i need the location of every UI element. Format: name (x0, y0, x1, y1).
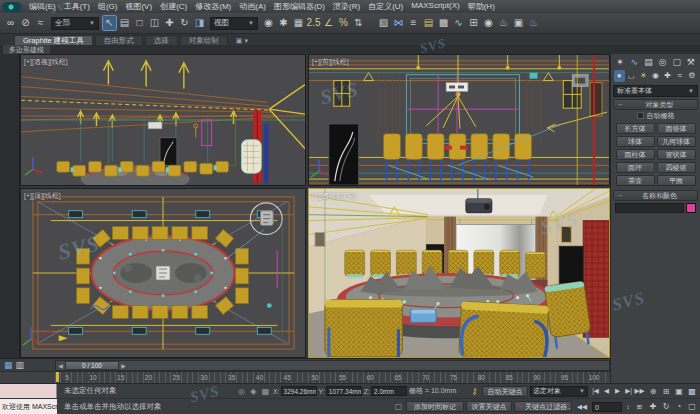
select-and-manipulate-icon[interactable]: ✱ (276, 15, 291, 31)
keyboard-override-icon[interactable]: ▦ (291, 15, 306, 31)
object-type-rollout[interactable]: − 对象类型 (613, 99, 698, 110)
align-icon[interactable]: ≡ (406, 15, 421, 31)
primitive-button[interactable]: 平面 (657, 175, 696, 186)
menu-item[interactable]: 创建(C) (156, 1, 191, 12)
cameras-category-icon[interactable]: ◉ (650, 70, 661, 82)
key-mode-toggle-icon[interactable]: ◀◀ (574, 403, 590, 411)
primitive-button[interactable]: 几何球体 (657, 136, 696, 147)
viewport-bottom-left[interactable]: [+][顶][线框] (20, 188, 306, 358)
viewport-label[interactable]: [+][前][线框] (312, 57, 349, 67)
next-frame-icon[interactable]: ▶| (623, 387, 634, 395)
rectangular-selection-icon[interactable]: □ (132, 15, 147, 31)
maxscript-mini-listener-pink[interactable] (0, 384, 57, 398)
viewport-label[interactable]: [+][透视][真实] (312, 191, 356, 201)
systems-category-icon[interactable]: ⚙ (686, 70, 697, 82)
lights-category-icon[interactable]: ☀ (638, 70, 649, 82)
reference-coordsys-dropdown[interactable]: 视图 ▼ (210, 17, 258, 30)
play-animation-icon[interactable]: ▶ (612, 387, 623, 395)
modify-tab-icon[interactable]: ∿ (629, 57, 640, 67)
current-frame-field[interactable]: 0 (592, 402, 622, 412)
app-logo-icon[interactable] (2, 2, 22, 12)
zoom-region-icon[interactable]: ▩ (686, 387, 698, 396)
graphite-toggle-icon[interactable]: ▩ (436, 15, 451, 31)
ribbon-tab[interactable]: 自由形式 (95, 35, 143, 45)
unlink-selection-icon[interactable]: ⊘ (18, 15, 33, 31)
previous-frame-icon[interactable]: ◀ (601, 387, 612, 395)
select-and-rotate-icon[interactable]: ↻ (177, 15, 192, 31)
x-coordinate-field[interactable]: 3294.26mm (281, 386, 317, 396)
zoom-icon[interactable]: ⊕ (647, 387, 659, 396)
named-selection-sets-icon[interactable]: ▧ (376, 15, 391, 31)
track-bar-ruler[interactable]: 5101520253035404550556065707580859095100 (55, 372, 610, 383)
set-key-button[interactable]: 设置关键点 (466, 401, 512, 412)
geometry-category-icon[interactable]: ● (614, 70, 625, 82)
primitive-type-dropdown[interactable]: 标准基本体 ▼ (613, 85, 698, 97)
select-and-link-icon[interactable]: ∞ (3, 15, 18, 31)
add-time-tag-button[interactable]: 添加时间标记 (406, 401, 464, 412)
create-tab-icon[interactable]: ✶ (615, 57, 626, 67)
mirror-icon[interactable]: ⋈ (391, 15, 406, 31)
menu-item[interactable]: 工具(T) (60, 1, 94, 12)
use-pivot-center-icon[interactable]: ◉ (261, 15, 276, 31)
viewport-top-left[interactable]: [+][透视][线框] (20, 54, 306, 186)
time-slider-track[interactable]: ◀ 0 / 100 ▶ (55, 360, 610, 371)
layer-manager-icon[interactable]: ▤ (421, 15, 436, 31)
angle-snap-icon[interactable]: ∠ (321, 15, 336, 31)
maxscript-mini-listener-white[interactable]: 欢迎使用 MAXScr (0, 399, 57, 414)
next-frame-arrow-icon[interactable]: ▶ (119, 362, 128, 369)
menu-item[interactable]: MAXScript(X) (407, 1, 463, 12)
maximize-viewport-icon[interactable]: ▢ (686, 402, 698, 411)
select-and-move-icon[interactable]: ✚ (162, 15, 177, 31)
primitive-button[interactable]: 长方体 (616, 123, 655, 134)
schematic-view-icon[interactable]: ⊞ (466, 15, 481, 31)
current-time-marker[interactable] (56, 372, 59, 382)
isolate-selection-icon[interactable]: ◎ (236, 387, 247, 396)
rendered-frame-icon[interactable]: ▣ (511, 15, 526, 31)
viewport-label[interactable]: [+][顶][线框] (24, 191, 61, 201)
absolute-offset-icon[interactable]: ▦ (260, 387, 271, 396)
viewport-top-right[interactable]: [+][前][线框] (308, 54, 610, 186)
menu-item[interactable]: 组(G) (94, 1, 122, 12)
frame-spinner[interactable]: ↕ (624, 403, 632, 410)
selection-mode-dropdown[interactable]: 选定对象 ▼ (530, 386, 588, 397)
material-editor-icon[interactable]: ◉ (481, 15, 496, 31)
viewport-bottom-right[interactable]: [+][透视][真实] (308, 188, 610, 358)
helpers-category-icon[interactable]: ✚ (662, 70, 673, 82)
track-bar[interactable]: 5101520253035404550556065707580859095100 (0, 371, 610, 383)
menu-item[interactable]: 修改器(M) (191, 1, 235, 12)
motion-tab-icon[interactable]: ◎ (657, 57, 668, 67)
primitive-button[interactable]: 圆环 (616, 162, 655, 173)
ribbon-tab[interactable]: 对象绘制 (180, 35, 228, 45)
ribbon-more-icon[interactable]: ▣ ▾ (230, 37, 254, 45)
selection-lock-icon[interactable]: ◈ (248, 387, 259, 396)
previous-frame-arrow-icon[interactable]: ◀ (56, 362, 65, 369)
select-and-scale-icon[interactable]: ◨ (192, 15, 207, 31)
window-crossing-icon[interactable]: ◫ (147, 15, 162, 31)
time-configuration-icon[interactable]: ⊞ (634, 403, 645, 411)
time-slider-handle[interactable]: 0 / 100 (65, 361, 119, 370)
orbit-icon[interactable]: ↻ (660, 402, 672, 411)
z-coordinate-field[interactable]: 2.0mm (371, 386, 407, 396)
auto-key-button[interactable]: 自动关键点 (482, 386, 528, 397)
pan-view-icon[interactable]: ✚ (647, 402, 659, 411)
primitive-button[interactable]: 四棱锥 (657, 162, 696, 173)
y-coordinate-field[interactable]: 1077.34mm (326, 386, 362, 396)
primitive-button[interactable]: 圆柱体 (616, 149, 655, 160)
menu-item[interactable]: 图形编辑器(D) (270, 1, 329, 12)
select-object-icon[interactable]: ↖ (102, 15, 117, 31)
ribbon-tab[interactable]: 选择 (145, 35, 178, 45)
space-warps-category-icon[interactable]: ≈ (674, 70, 685, 82)
menu-item[interactable]: 渲染(R) (329, 1, 364, 12)
primitive-button[interactable]: 球体 (616, 136, 655, 147)
zoom-extents-icon[interactable]: ▣ (673, 387, 685, 396)
zoom-all-icon[interactable]: ⊞ (660, 387, 672, 396)
viewport-label[interactable]: [+][透视][线框] (24, 57, 68, 67)
select-by-name-icon[interactable]: ▤ (117, 15, 132, 31)
selection-filter-dropdown[interactable]: 全部 ▼ (51, 17, 99, 30)
primitive-button[interactable]: 圆锥体 (657, 123, 696, 134)
key-filters-button[interactable]: ∿ 关键点过滤器... (514, 401, 572, 412)
go-to-start-icon[interactable]: |◀ (590, 387, 601, 395)
menu-item[interactable]: 编辑(E) (25, 1, 60, 12)
primitive-button[interactable]: 管状体 (657, 149, 696, 160)
menu-item[interactable]: 视图(V) (121, 1, 156, 12)
